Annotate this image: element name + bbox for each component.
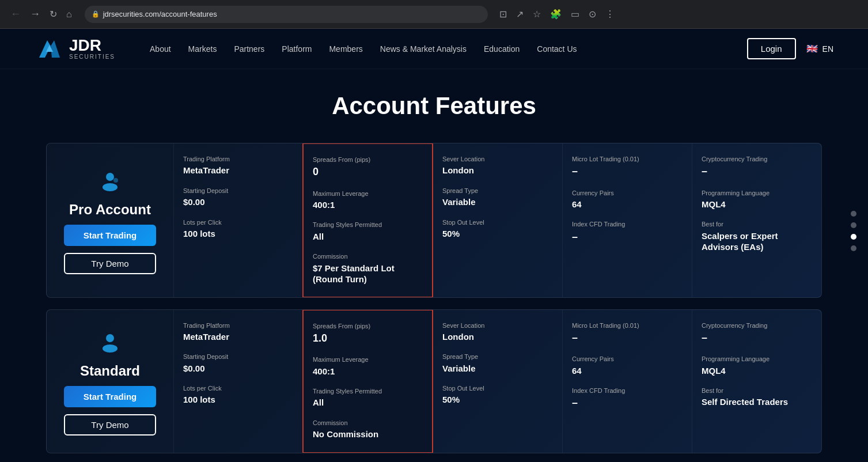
pro-index-cfd-label: Index CFD Trading [572, 220, 683, 228]
standard-micro-lot-value: – [572, 331, 683, 344]
back-button[interactable]: ← [7, 6, 24, 22]
nav-partners[interactable]: Partners [234, 44, 264, 54]
svg-point-5 [113, 178, 118, 183]
scroll-dot-2[interactable] [851, 222, 856, 228]
standard-account-icon [96, 327, 124, 356]
pro-stop-out-value: 50% [442, 228, 553, 240]
pro-best-for-label: Best for [702, 220, 812, 228]
standard-spread-type: Spread Type Variable [442, 353, 553, 374]
nav-contact[interactable]: Contact Us [537, 44, 577, 54]
user-standard-icon [98, 330, 122, 353]
pro-server-location: Sever Location London [442, 155, 553, 176]
pro-spread-type-value: Variable [442, 196, 553, 208]
pro-crypto-trading-value: – [702, 165, 812, 178]
standard-programming-lang-label: Programming Language [702, 355, 812, 363]
pro-currency-pairs: Currency Pairs 64 [572, 189, 683, 210]
scroll-dot-1[interactable] [851, 211, 856, 217]
scroll-dot-4[interactable] [851, 245, 856, 251]
nav-about[interactable]: About [150, 44, 171, 54]
pro-index-cfd-value: – [572, 230, 683, 244]
pro-micro-lot-value: – [572, 165, 683, 178]
pro-col-crypto: Cryptocurrency Trading – Programming Lan… [692, 143, 821, 297]
standard-trading-styles-value: All [313, 397, 423, 408]
standard-account-name: Standard [80, 363, 140, 379]
pro-lots-per-click-value: 100 lots [183, 228, 294, 240]
pro-programming-lang: Programming Language MQL4 [702, 189, 812, 210]
pro-micro-lot-label: Micro Lot Trading (0.01) [572, 155, 683, 163]
pro-lots-per-click-label: Lots per Click [183, 218, 294, 226]
standard-spreads-from-label: Spreads From (pips) [313, 322, 423, 330]
logo[interactable]: JDR SECURITIES [35, 35, 115, 63]
page-title: Account Features [46, 92, 822, 120]
pro-commission: Commission $7 Per Standard Lot (Round Tu… [313, 252, 423, 285]
pro-crypto-trading-label: Cryptocurrency Trading [702, 155, 812, 163]
standard-start-trading-button[interactable]: Start Trading [64, 386, 156, 407]
address-bar[interactable]: 🔒 jdrsecurities.com/account-features [85, 6, 488, 23]
pro-trading-styles: Trading Styles Permitted All [313, 221, 423, 242]
pro-max-leverage-value: 400:1 [313, 199, 423, 211]
browser-actions: ⊡ ↗ ☆ 🧩 ▭ ⊙ ⋮ [497, 6, 617, 22]
nav-news[interactable]: News & Market Analysis [380, 44, 467, 54]
pro-col-trading-platform: Trading Platform MetaTrader Starting Dep… [173, 143, 303, 297]
tab-icon[interactable]: ▭ [568, 6, 582, 22]
menu-icon[interactable]: ⋮ [603, 6, 617, 22]
pro-starting-deposit: Starting Deposit $0.00 [183, 187, 294, 208]
pro-lots-per-click: Lots per Click 100 lots [183, 218, 294, 240]
standard-commission-label: Commission [313, 419, 423, 427]
standard-micro-lot-label: Micro Lot Trading (0.01) [572, 321, 683, 330]
standard-crypto-trading-value: – [702, 331, 812, 344]
login-button[interactable]: Login [747, 38, 796, 59]
pro-max-leverage: Maximum Leverage 400:1 [313, 190, 423, 211]
main-content: Account Features Pro Account Start Tradi… [0, 69, 868, 462]
pro-currency-pairs-label: Currency Pairs [572, 189, 683, 197]
standard-currency-pairs-label: Currency Pairs [572, 355, 683, 363]
language-selector[interactable]: 🇬🇧 EN [805, 44, 833, 54]
standard-trading-platform-value: MetaTrader [183, 331, 294, 343]
nav-markets[interactable]: Markets [188, 44, 217, 54]
pro-spread-type: Spread Type Variable [442, 187, 553, 208]
browser-nav-buttons[interactable]: ← → ↻ ⌂ [7, 6, 75, 22]
profile-icon[interactable]: ⊙ [586, 6, 598, 22]
nav-education[interactable]: Education [484, 44, 520, 54]
standard-spreads-from: Spreads From (pips) 1.0 [313, 322, 423, 346]
standard-programming-lang-value: MQL4 [702, 365, 812, 377]
pro-account-card: Pro Account Start Trading Try Demo Tradi… [46, 143, 822, 298]
standard-account-card: Standard Start Trading Try Demo Trading … [46, 309, 822, 453]
home-button[interactable]: ⌂ [63, 7, 75, 22]
standard-trading-styles: Trading Styles Permitted All [313, 387, 423, 408]
pro-server-location-value: London [442, 165, 553, 176]
nav-members[interactable]: Members [329, 44, 362, 54]
reload-button[interactable]: ↻ [46, 6, 60, 22]
pro-programming-lang-label: Programming Language [702, 189, 812, 197]
standard-try-demo-button[interactable]: Try Demo [64, 414, 156, 436]
logo-icon [35, 35, 63, 63]
pro-spreads-from: Spreads From (pips) 0 [313, 156, 423, 179]
pro-start-trading-button[interactable]: Start Trading [64, 225, 156, 246]
standard-starting-deposit-label: Starting Deposit [183, 353, 294, 361]
standard-account-left: Standard Start Trading Try Demo [47, 310, 173, 453]
pro-stop-out-label: Stop Out Level [442, 218, 553, 226]
standard-trading-platform: Trading Platform MetaTrader [183, 321, 294, 343]
forward-button[interactable]: → [26, 6, 44, 22]
standard-currency-pairs: Currency Pairs 64 [572, 355, 683, 376]
standard-col-server: Sever Location London Spread Type Variab… [433, 310, 562, 453]
translate-icon[interactable]: ⊡ [497, 6, 509, 22]
standard-starting-deposit: Starting Deposit $0.00 [183, 353, 294, 374]
pro-starting-deposit-value: $0.00 [183, 196, 294, 208]
scroll-dot-3[interactable] [851, 234, 856, 240]
standard-best-for-label: Best for [702, 387, 812, 395]
nav-platform[interactable]: Platform [282, 44, 312, 54]
pro-account-name: Pro Account [69, 202, 151, 218]
pro-trading-styles-label: Trading Styles Permitted [313, 221, 423, 229]
standard-spread-type-label: Spread Type [442, 353, 553, 361]
bookmark-icon[interactable]: ☆ [530, 6, 543, 22]
standard-lots-per-click-label: Lots per Click [183, 384, 294, 392]
extensions-icon[interactable]: 🧩 [548, 6, 564, 22]
share-icon[interactable]: ↗ [514, 6, 526, 22]
standard-index-cfd: Index CFD Trading – [572, 387, 683, 410]
pro-try-demo-button[interactable]: Try Demo [64, 253, 156, 274]
standard-max-leverage: Maximum Leverage 400:1 [313, 355, 423, 377]
pro-programming-lang-value: MQL4 [702, 199, 812, 210]
pro-best-for: Best for Scalpers or Expert Advisors (EA… [702, 220, 812, 252]
pro-commission-value: $7 Per Standard Lot (Round Turn) [313, 263, 423, 285]
